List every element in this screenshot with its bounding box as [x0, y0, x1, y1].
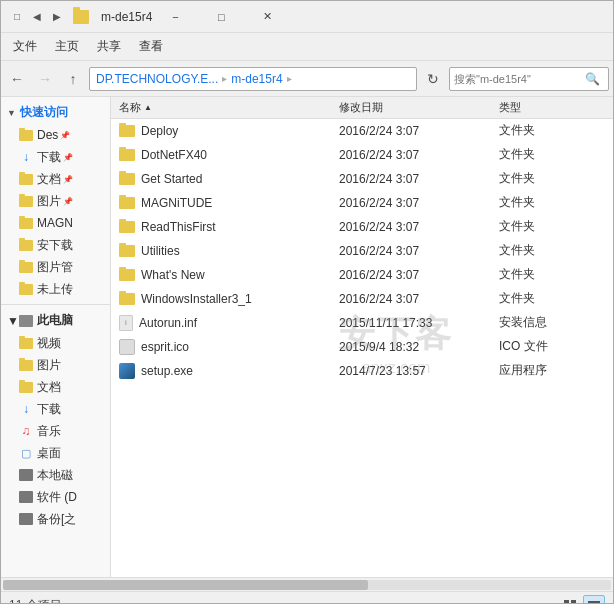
- folder-icon: [19, 130, 33, 141]
- sidebar-item-picsmgr[interactable]: 图片管: [1, 256, 110, 278]
- file-name: WindowsInstaller3_1: [141, 292, 252, 306]
- table-row[interactable]: MAGNiTUDE 2016/2/24 3:07 文件夹: [111, 191, 613, 215]
- file-name-cell: esprit.ico: [115, 339, 335, 355]
- path-segment-1[interactable]: DP.TECHNOLOGY.E...: [96, 72, 218, 86]
- sidebar-item-local-disk[interactable]: 本地磁: [1, 464, 110, 486]
- sidebar-item-downloads2[interactable]: ↓ 下载: [1, 398, 110, 420]
- table-row[interactable]: setup.exe 2014/7/23 13:57 应用程序: [111, 359, 613, 383]
- table-row[interactable]: esprit.ico 2015/9/4 18:32 ICO 文件: [111, 335, 613, 359]
- table-row[interactable]: DotNetFX40 2016/2/24 3:07 文件夹: [111, 143, 613, 167]
- path-arrow-2: ▸: [287, 73, 292, 84]
- table-row[interactable]: WindowsInstaller3_1 2016/2/24 3:07 文件夹: [111, 287, 613, 311]
- sidebar-item-des[interactable]: Des 📌: [1, 124, 110, 146]
- minimize-button[interactable]: −: [152, 1, 198, 33]
- path-segment-2[interactable]: m-de15r4: [231, 72, 282, 86]
- folder-icon: [19, 240, 33, 251]
- file-date: 2016/2/24 3:07: [335, 124, 495, 138]
- sidebar-item-upload[interactable]: 未上传: [1, 278, 110, 300]
- file-type: 应用程序: [495, 362, 595, 379]
- file-type: 文件夹: [495, 122, 595, 139]
- menu-view[interactable]: 查看: [131, 34, 171, 59]
- folder-icon: [19, 284, 33, 295]
- file-date: 2016/2/24 3:07: [335, 220, 495, 234]
- sidebar-item-music[interactable]: ♫ 音乐: [1, 420, 110, 442]
- col-header-date[interactable]: 修改日期: [335, 100, 495, 115]
- sidebar-item-downloads1[interactable]: ↓ 下载 📌: [1, 146, 110, 168]
- sidebar-item-docs1[interactable]: 文档 📌: [1, 168, 110, 190]
- window-controls: − □ ✕: [152, 1, 290, 33]
- sidebar: ▼ 快速访问 Des 📌 ↓ 下载 📌 文档 📌 图片 📌 MAGN: [1, 97, 111, 577]
- drive-icon: [19, 469, 33, 481]
- table-row[interactable]: ReadThisFirst 2016/2/24 3:07 文件夹: [111, 215, 613, 239]
- sidebar-item-docs2[interactable]: 文档: [1, 376, 110, 398]
- table-row[interactable]: Get Started 2016/2/24 3:07 文件夹: [111, 167, 613, 191]
- sidebar-item-magn[interactable]: MAGN: [1, 212, 110, 234]
- file-name: Autorun.inf: [139, 316, 197, 330]
- large-icon: [563, 599, 577, 605]
- folder-icon: [119, 149, 135, 161]
- computer-icon: [19, 315, 33, 327]
- table-row[interactable]: Utilities 2016/2/24 3:07 文件夹: [111, 239, 613, 263]
- file-name-cell: ReadThisFirst: [115, 220, 335, 234]
- file-name: esprit.ico: [141, 340, 189, 354]
- title-bar: □ ◀ ▶ m-de15r4 − □ ✕: [1, 1, 613, 33]
- folder-icon: [19, 338, 33, 349]
- file-date: 2014/7/23 13:57: [335, 364, 495, 378]
- main-area: ▼ 快速访问 Des 📌 ↓ 下载 📌 文档 📌 图片 📌 MAGN: [1, 97, 613, 577]
- close-button[interactable]: ✕: [244, 1, 290, 33]
- file-type: ICO 文件: [495, 338, 595, 355]
- horizontal-scrollbar[interactable]: [3, 580, 611, 590]
- window-title: m-de15r4: [101, 10, 152, 24]
- forward-button[interactable]: →: [33, 67, 57, 91]
- nav-back-title[interactable]: ◀: [29, 9, 45, 25]
- table-row[interactable]: Deploy 2016/2/24 3:07 文件夹: [111, 119, 613, 143]
- file-type: 安装信息: [495, 314, 595, 331]
- view-large-button[interactable]: [559, 595, 581, 605]
- file-name-cell: i Autorun.inf: [115, 315, 335, 331]
- back-button[interactable]: ←: [5, 67, 29, 91]
- horizontal-scrollbar-thumb[interactable]: [3, 580, 368, 590]
- sidebar-label: 本地磁: [37, 467, 73, 484]
- sidebar-item-backup[interactable]: 备份[之: [1, 508, 110, 530]
- exe-icon: [119, 363, 135, 379]
- file-date: 2016/2/24 3:07: [335, 292, 495, 306]
- sidebar-item-pics2[interactable]: 图片: [1, 354, 110, 376]
- file-name-cell: MAGNiTUDE: [115, 196, 335, 210]
- sidebar-divider: [1, 304, 110, 305]
- search-box[interactable]: 🔍: [449, 67, 609, 91]
- file-date: 2015/9/4 18:32: [335, 340, 495, 354]
- sidebar-item-videos[interactable]: 视频: [1, 332, 110, 354]
- menu-file[interactable]: 文件: [5, 34, 45, 59]
- sidebar-label: 图片管: [37, 259, 73, 276]
- folder-icon-title: [73, 10, 89, 24]
- path-arrow-1: ▸: [222, 73, 227, 84]
- col-header-type[interactable]: 类型: [495, 100, 595, 115]
- search-icon[interactable]: 🔍: [584, 71, 600, 87]
- file-type: 文件夹: [495, 194, 595, 211]
- file-area-wrapper: 安下客 anxz.com 名称 ▲ 修改日期 类型: [111, 97, 613, 577]
- col-header-name[interactable]: 名称 ▲: [115, 100, 335, 115]
- folder-icon: [119, 221, 135, 233]
- menu-home[interactable]: 主页: [47, 34, 87, 59]
- sidebar-label: 桌面: [37, 445, 61, 462]
- sidebar-item-soft[interactable]: 软件 (D: [1, 486, 110, 508]
- table-row[interactable]: What's New 2016/2/24 3:07 文件夹: [111, 263, 613, 287]
- view-details-button[interactable]: [583, 595, 605, 605]
- file-type: 文件夹: [495, 290, 595, 307]
- nav-forward-title[interactable]: ▶: [49, 9, 65, 25]
- menu-share[interactable]: 共享: [89, 34, 129, 59]
- sidebar-item-desktop[interactable]: ▢ 桌面: [1, 442, 110, 464]
- up-button[interactable]: ↑: [61, 67, 85, 91]
- sort-arrow: ▲: [144, 103, 152, 112]
- quick-access-header[interactable]: ▼ 快速访问: [1, 101, 110, 124]
- table-row[interactable]: i Autorun.inf 2015/11/11 17:33 安装信息: [111, 311, 613, 335]
- refresh-button[interactable]: ↻: [421, 67, 445, 91]
- address-path[interactable]: DP.TECHNOLOGY.E... ▸ m-de15r4 ▸: [89, 67, 417, 91]
- inf-icon: i: [119, 315, 133, 331]
- search-input[interactable]: [454, 73, 584, 85]
- maximize-button[interactable]: □: [198, 1, 244, 33]
- sidebar-item-pics1[interactable]: 图片 📌: [1, 190, 110, 212]
- pc-section-header[interactable]: ▼ 此电脑: [1, 309, 110, 332]
- desktop-icon: ▢: [19, 446, 33, 460]
- sidebar-item-anzaixia[interactable]: 安下载: [1, 234, 110, 256]
